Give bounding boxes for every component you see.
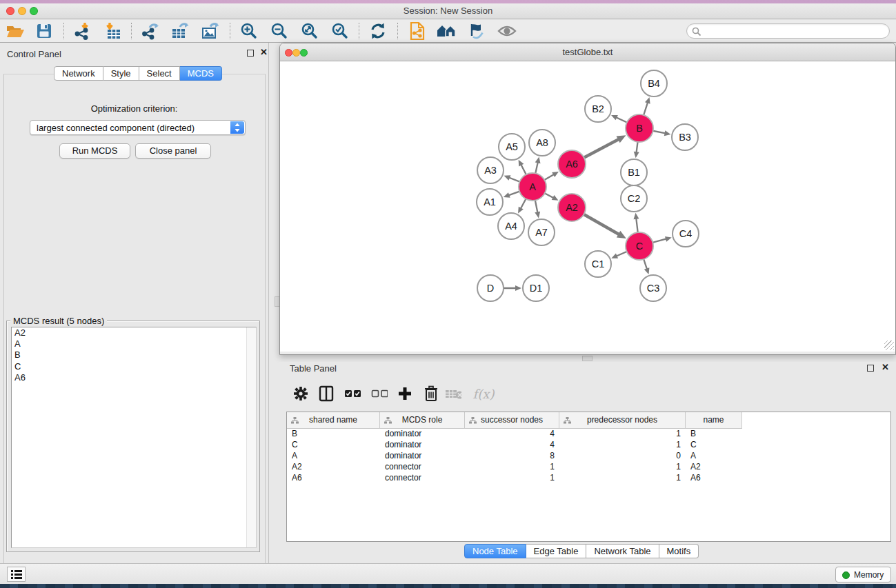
table-cell[interactable]: C	[287, 440, 380, 451]
table-cell[interactable]: B	[686, 429, 742, 440]
table-cell[interactable]: dominator	[380, 440, 465, 451]
tab-network[interactable]: Network	[54, 66, 103, 81]
zoom-selected-icon[interactable]	[328, 21, 352, 41]
export-table-icon[interactable]	[168, 21, 192, 41]
table-cell[interactable]: connector	[380, 473, 465, 484]
column-header-shared-name[interactable]: shared name	[287, 412, 380, 429]
control-panel-tabs: NetworkStyleSelectMCDS	[54, 66, 222, 81]
delete-column-icon[interactable]	[423, 385, 439, 402]
control-panel-title: Control Panel	[7, 49, 61, 59]
mcds-result-title: MCDS result (5 nodes)	[10, 316, 107, 326]
result-list-item[interactable]: B	[12, 349, 256, 361]
table-cell[interactable]: A6	[686, 473, 742, 484]
table-cell[interactable]: A2	[686, 462, 742, 473]
table-cell[interactable]: 1	[465, 462, 559, 473]
save-session-icon[interactable]	[32, 21, 57, 41]
run-mcds-button[interactable]: Run MCDS	[59, 143, 130, 159]
refresh-layout-icon[interactable]	[366, 21, 390, 41]
tab-style[interactable]: Style	[103, 66, 139, 81]
tab-network-table[interactable]: Network Table	[586, 544, 659, 558]
close-panel-icon[interactable]: ✕	[260, 48, 268, 57]
table-row[interactable]: Cdominator41C	[287, 440, 742, 451]
tab-node-table[interactable]: Node Table	[464, 544, 526, 558]
table-row[interactable]: A2connector11A2	[287, 462, 742, 473]
table-row[interactable]: A6connector11A6	[287, 473, 742, 484]
table-cell[interactable]: connector	[380, 462, 465, 473]
table-cell[interactable]: 1	[559, 429, 686, 440]
column-type-icon	[384, 417, 392, 424]
minimize-window-button[interactable]	[18, 7, 26, 15]
eye-icon[interactable]	[495, 21, 519, 41]
column-header-MCDS-role[interactable]: MCDS role	[380, 412, 465, 429]
table-cell[interactable]: 1	[559, 473, 686, 484]
toggle-columns-icon[interactable]	[318, 385, 335, 402]
import-table-icon[interactable]	[101, 21, 126, 41]
table-cell[interactable]: 4	[465, 429, 559, 440]
maximize-view-button[interactable]	[300, 49, 308, 57]
table-row[interactable]: Bdominator41B	[287, 429, 742, 440]
network-graph[interactable]: AA6A2BCA5A8A3A1A4A7B4B2B3B1C2C4C1C3DD1	[280, 61, 895, 352]
graph-node-label: A6	[566, 159, 578, 170]
table-cell[interactable]: 0	[559, 451, 686, 462]
add-column-icon[interactable]	[397, 385, 413, 402]
criterion-dropdown[interactable]: largest connected component (directed)	[30, 120, 246, 135]
memory-status-icon	[842, 571, 850, 579]
search-input[interactable]	[686, 23, 890, 39]
tab-mcds[interactable]: MCDS	[180, 66, 222, 81]
task-history-button[interactable]	[7, 567, 26, 582]
table-cell[interactable]: dominator	[380, 429, 465, 440]
table-cell[interactable]: B	[287, 429, 380, 440]
close-window-button[interactable]	[6, 7, 14, 15]
network-document-icon[interactable]	[405, 21, 430, 41]
export-image-icon[interactable]	[198, 21, 223, 41]
import-network-icon[interactable]	[70, 21, 95, 41]
delete-table-icon-disabled	[445, 385, 461, 402]
memory-button[interactable]: Memory	[835, 567, 891, 582]
zoom-out-icon[interactable]	[267, 21, 292, 41]
table-cell[interactable]: A	[686, 451, 742, 462]
close-view-button[interactable]	[285, 49, 292, 57]
table-cell[interactable]: 4	[465, 440, 559, 451]
close-panel-button[interactable]: Close panel	[135, 143, 211, 159]
table-cell[interactable]: 8	[465, 451, 559, 462]
column-header-predecessor-nodes[interactable]: predecessor nodes	[559, 412, 686, 429]
settings-gear-icon[interactable]	[292, 385, 309, 402]
column-header-successor-nodes[interactable]: successor nodes	[465, 412, 559, 429]
tab-select[interactable]: Select	[139, 66, 180, 81]
table-cell[interactable]: A	[287, 451, 380, 462]
network-canvas[interactable]: AA6A2BCA5A8A3A1A4A7B4B2B3B1C2C4C1C3DD1	[280, 61, 895, 352]
zoom-in-icon[interactable]	[237, 21, 261, 41]
result-list-item[interactable]: A2	[12, 327, 256, 338]
select-all-checked-icon[interactable]	[344, 385, 361, 402]
table-cell[interactable]: dominator	[380, 451, 465, 462]
table-cell[interactable]: A6	[287, 473, 380, 484]
column-header-name[interactable]: name	[686, 412, 742, 429]
home-icon[interactable]	[435, 21, 459, 41]
float-panel-icon[interactable]	[867, 365, 874, 372]
minimize-view-button[interactable]	[292, 49, 300, 57]
table-cell[interactable]: A2	[287, 462, 380, 473]
result-list-item[interactable]: A6	[12, 372, 256, 383]
deselect-all-icon[interactable]	[371, 385, 388, 402]
table-cell[interactable]: 1	[465, 473, 559, 484]
zoom-fit-icon[interactable]	[297, 21, 322, 41]
export-network-icon[interactable]	[138, 21, 163, 41]
horizontal-splitter-handle[interactable]	[582, 356, 593, 361]
table-cell[interactable]: C	[686, 440, 742, 451]
resize-grip-icon[interactable]	[884, 341, 894, 350]
tab-motifs[interactable]: Motifs	[659, 544, 699, 558]
float-panel-icon[interactable]	[247, 50, 254, 57]
scrollbar-track[interactable]	[246, 327, 256, 547]
result-list-item[interactable]: C	[12, 361, 256, 372]
zoom-window-button[interactable]	[30, 7, 38, 15]
open-session-icon[interactable]	[3, 21, 28, 41]
table-row[interactable]: Adominator80A	[287, 451, 742, 462]
mcds-result-list[interactable]: A2ABCA6	[11, 327, 257, 548]
result-list-item[interactable]: A	[12, 338, 256, 349]
table-cell[interactable]: 1	[559, 440, 686, 451]
network-window-titlebar[interactable]: testGlobe.txt	[280, 43, 895, 61]
flag-icon[interactable]	[464, 21, 488, 41]
tab-edge-table[interactable]: Edge Table	[526, 544, 587, 558]
table-cell[interactable]: 1	[559, 462, 686, 473]
close-panel-icon[interactable]: ✕	[882, 363, 889, 372]
